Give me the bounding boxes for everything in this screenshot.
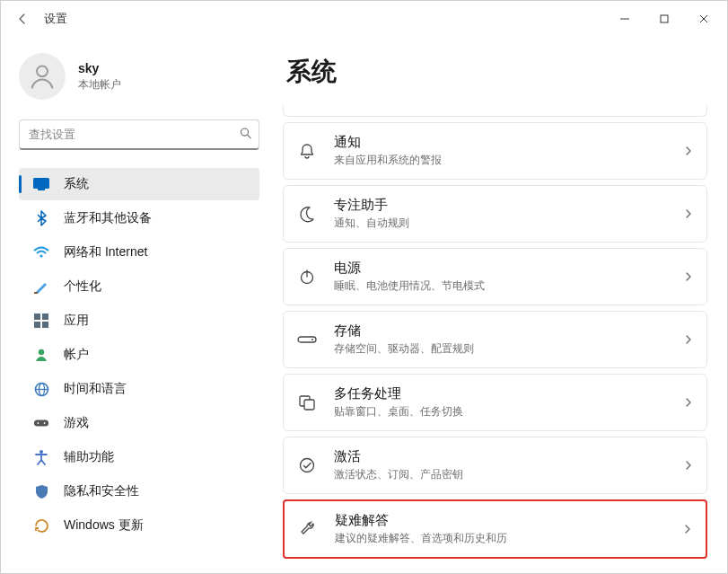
privacy-icon xyxy=(33,483,49,499)
sidebar-item-accounts[interactable]: 帐户 xyxy=(19,339,259,371)
sidebar-item-label: 系统 xyxy=(64,176,89,192)
svg-point-2 xyxy=(37,66,48,76)
card-subtitle: 存储空间、驱动器、配置规则 xyxy=(334,341,474,357)
search-icon xyxy=(239,127,252,144)
sidebar-item-wifi[interactable]: 网络和 Internet xyxy=(19,236,259,269)
chevron-right-icon xyxy=(682,524,693,534)
window-controls xyxy=(605,5,724,32)
svg-rect-8 xyxy=(34,292,38,294)
chevron-right-icon xyxy=(683,460,694,471)
card-title: 通知 xyxy=(334,134,442,151)
svg-rect-9 xyxy=(34,313,40,320)
previous-card-edge xyxy=(283,105,707,117)
sidebar-item-label: 隐私和安全性 xyxy=(64,483,139,499)
sidebar-item-label: 应用 xyxy=(64,313,89,329)
profile-account-type: 本地帐户 xyxy=(78,77,121,93)
sidebar-item-privacy[interactable]: 隐私和安全性 xyxy=(19,475,259,508)
content-area: 系统 通知来自应用和系统的警报专注助手通知、自动规则电源睡眠、电池使用情况、节电… xyxy=(270,37,727,573)
sidebar-item-label: 网络和 Internet xyxy=(64,244,147,261)
apps-icon xyxy=(33,313,49,329)
gaming-icon xyxy=(33,415,49,431)
sidebar-item-accessibility[interactable]: 辅助功能 xyxy=(19,441,259,473)
card-title: 多任务处理 xyxy=(334,385,463,402)
card-title: 疑难解答 xyxy=(335,512,507,529)
svg-rect-1 xyxy=(661,15,668,22)
sidebar-item-apps[interactable]: 应用 xyxy=(19,305,259,337)
sidebar-item-update[interactable]: Windows 更新 xyxy=(19,509,259,542)
wifi-icon xyxy=(33,244,49,261)
card-subtitle: 贴靠窗口、桌面、任务切换 xyxy=(334,404,463,419)
settings-card-moon[interactable]: 专注助手通知、自动规则 xyxy=(283,185,707,243)
svg-point-7 xyxy=(39,254,42,257)
back-button[interactable] xyxy=(8,4,37,33)
svg-point-18 xyxy=(38,422,39,424)
svg-point-13 xyxy=(39,349,44,355)
personalization-icon xyxy=(33,278,49,295)
card-subtitle: 通知、自动规则 xyxy=(334,216,409,231)
sidebar-item-system[interactable]: 系统 xyxy=(19,168,259,200)
settings-card-storage[interactable]: 存储存储空间、驱动器、配置规则 xyxy=(283,311,707,368)
sidebar-item-label: 游戏 xyxy=(64,415,89,431)
settings-card-power[interactable]: 电源睡眠、电池使用情况、节电模式 xyxy=(283,248,707,305)
moon-icon xyxy=(296,203,318,225)
sidebar-item-label: 帐户 xyxy=(64,347,89,363)
card-title: 激活 xyxy=(334,448,463,465)
chevron-right-icon xyxy=(683,146,694,156)
svg-rect-12 xyxy=(42,322,48,328)
minimize-button[interactable] xyxy=(605,5,645,32)
card-subtitle: 睡眠、电池使用情况、节电模式 xyxy=(334,278,485,294)
accessibility-icon xyxy=(33,449,49,465)
card-title: 存储 xyxy=(334,322,474,340)
chevron-right-icon xyxy=(683,397,694,408)
svg-rect-10 xyxy=(42,313,48,320)
settings-card-multitask[interactable]: 多任务处理贴靠窗口、桌面、任务切换 xyxy=(283,374,707,431)
svg-rect-11 xyxy=(34,322,40,328)
titlebar: 设置 xyxy=(1,1,727,37)
profile-name: sky xyxy=(78,61,121,75)
sidebar-item-gaming[interactable]: 游戏 xyxy=(19,407,259,439)
svg-rect-17 xyxy=(34,419,48,426)
card-subtitle: 来自应用和系统的警报 xyxy=(334,153,442,168)
card-subtitle: 激活状态、订阅、产品密钥 xyxy=(334,467,463,482)
svg-point-20 xyxy=(39,450,43,454)
accounts-icon xyxy=(33,347,49,363)
sidebar-item-label: 辅助功能 xyxy=(64,449,114,465)
settings-card-list: 通知来自应用和系统的警报专注助手通知、自动规则电源睡眠、电池使用情况、节电模式存… xyxy=(283,105,707,559)
svg-line-4 xyxy=(248,135,250,137)
bluetooth-icon xyxy=(33,210,49,226)
svg-point-19 xyxy=(44,422,46,424)
sidebar-nav: 系统蓝牙和其他设备网络和 Internet个性化应用帐户时间和语言游戏辅助功能隐… xyxy=(19,168,259,542)
svg-rect-6 xyxy=(38,189,45,190)
update-icon xyxy=(33,517,49,534)
svg-point-3 xyxy=(241,128,249,136)
card-subtitle: 建议的疑难解答、首选项和历史和历 xyxy=(335,531,507,546)
activate-icon xyxy=(296,455,318,476)
settings-card-trouble[interactable]: 疑难解答建议的疑难解答、首选项和历史和历 xyxy=(283,499,707,559)
card-title: 电源 xyxy=(334,260,485,277)
multitask-icon xyxy=(296,392,318,413)
settings-card-activate[interactable]: 激活激活状态、订阅、产品密钥 xyxy=(283,437,707,494)
sidebar-item-label: 时间和语言 xyxy=(64,381,127,397)
sidebar-item-label: Windows 更新 xyxy=(64,517,144,534)
settings-card-bell[interactable]: 通知来自应用和系统的警报 xyxy=(283,122,707,180)
chevron-right-icon xyxy=(683,208,694,219)
close-button[interactable] xyxy=(684,5,724,32)
sidebar-item-personalization[interactable]: 个性化 xyxy=(19,270,259,303)
chevron-right-icon xyxy=(683,271,694,282)
time-language-icon xyxy=(33,381,49,397)
svg-rect-5 xyxy=(33,178,49,189)
sidebar-item-label: 个性化 xyxy=(64,278,101,295)
system-icon xyxy=(33,176,49,192)
bell-icon xyxy=(296,140,318,162)
profile-block[interactable]: sky 本地帐户 xyxy=(19,53,259,100)
avatar xyxy=(19,53,66,100)
sidebar-item-label: 蓝牙和其他设备 xyxy=(64,210,152,226)
svg-point-24 xyxy=(311,339,313,340)
sidebar-item-time-language[interactable]: 时间和语言 xyxy=(19,373,259,405)
sidebar-item-bluetooth[interactable]: 蓝牙和其他设备 xyxy=(19,202,259,234)
sidebar: sky 本地帐户 系统蓝牙和其他设备网络和 Internet个性化应用帐户时间和… xyxy=(1,37,270,573)
search-input[interactable] xyxy=(19,119,259,150)
storage-icon xyxy=(296,329,318,350)
settings-window: 设置 sky xyxy=(0,0,728,574)
maximize-button[interactable] xyxy=(645,5,684,32)
